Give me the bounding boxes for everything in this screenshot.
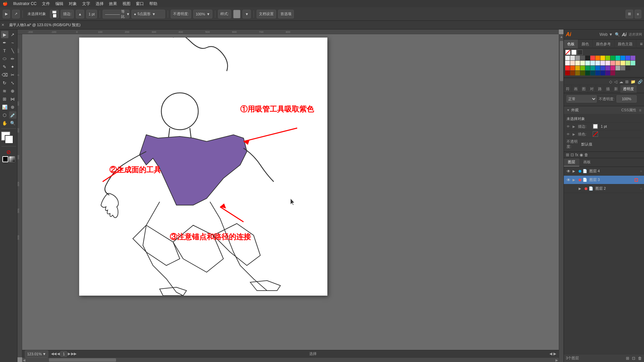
tab-color-guide[interactable]: 颜色参考 bbox=[593, 40, 614, 48]
swatch-d6[interactable] bbox=[590, 61, 595, 65]
menu-help[interactable]: 帮助 bbox=[149, 1, 157, 7]
direct-select-tool[interactable]: ↗ bbox=[12, 10, 20, 18]
layer-4-visibility[interactable]: 👁 bbox=[566, 169, 571, 174]
hscroll-thumb[interactable] bbox=[49, 358, 116, 362]
arrow-stroke[interactable]: ▶ bbox=[573, 125, 575, 128]
panel-icon-row-6[interactable]: 🔗 bbox=[638, 79, 643, 84]
pencil-tool[interactable]: ✎ bbox=[1, 63, 8, 70]
stab-4[interactable]: 对 bbox=[588, 85, 596, 93]
scale-tool[interactable]: ⤡ bbox=[9, 79, 16, 86]
stroke-swatch[interactable] bbox=[593, 124, 598, 129]
swatch-d2[interactable] bbox=[570, 61, 575, 65]
menu-select[interactable]: 选择 bbox=[96, 1, 104, 7]
nav-right[interactable]: ▶ bbox=[553, 352, 556, 356]
swatch-f5[interactable] bbox=[585, 71, 590, 75]
swatch-d14[interactable] bbox=[631, 61, 635, 65]
zoom-tool[interactable]: 🔍 bbox=[9, 119, 16, 127]
layer-row-3[interactable]: 👁 ▶ 📄 图层 3 ○ bbox=[564, 176, 644, 184]
panel-menu-icon[interactable]: ≡ bbox=[640, 41, 643, 47]
pen-tool[interactable]: ✒ bbox=[1, 39, 8, 46]
swatch-e9[interactable] bbox=[605, 66, 610, 70]
swatch-c1[interactable] bbox=[565, 56, 570, 60]
swatch-d10[interactable] bbox=[610, 61, 615, 65]
layer-delete[interactable]: 🗑 bbox=[638, 356, 642, 361]
swatch-c10[interactable] bbox=[610, 56, 615, 60]
page-last[interactable]: ▶▶ bbox=[71, 352, 76, 356]
layer-2-expand[interactable]: ▶ bbox=[579, 187, 583, 190]
stab-7[interactable]: 新 bbox=[612, 85, 620, 93]
swatch-c13[interactable] bbox=[626, 56, 630, 60]
type-tool[interactable]: T bbox=[1, 47, 8, 54]
swatch-none[interactable] bbox=[565, 50, 571, 55]
line-style-select[interactable]: ———— 等比 ▼ bbox=[103, 10, 129, 18]
page-prev[interactable]: ◀◀ bbox=[51, 352, 56, 356]
fill-display[interactable] bbox=[50, 10, 59, 18]
menu-file[interactable]: 文件 bbox=[42, 1, 50, 7]
no-color-button[interactable]: ⊘ bbox=[5, 148, 12, 156]
warp-tool[interactable]: ≋ bbox=[1, 87, 8, 95]
layers-tab[interactable]: 图层 bbox=[564, 158, 579, 167]
swatch-f2[interactable] bbox=[570, 71, 575, 75]
selection-tool[interactable]: ▶ bbox=[1, 31, 8, 38]
canvas-area[interactable]: -200 -100 0 100 200 300 400 500 600 700 … bbox=[17, 29, 564, 362]
style-dropdown[interactable]: ▼ bbox=[243, 10, 251, 18]
stab-6[interactable]: 描 bbox=[604, 85, 612, 93]
hscroll-arrow-right[interactable]: ▶ bbox=[555, 358, 558, 362]
zoom-display[interactable]: 123.01% ▼ bbox=[25, 350, 48, 358]
swatch-c7[interactable] bbox=[595, 56, 600, 60]
swatch-c9[interactable] bbox=[605, 56, 610, 60]
swatch-c3[interactable] bbox=[575, 56, 580, 60]
line-tool[interactable]: ╲ bbox=[9, 47, 16, 54]
stab-transparency[interactable]: 透明度 bbox=[620, 85, 637, 93]
scissors-tool[interactable]: ✂ bbox=[9, 71, 16, 78]
tab-color-themes[interactable]: 颜色主题 bbox=[614, 40, 636, 48]
vscroll-thumb[interactable] bbox=[560, 41, 563, 81]
vertical-scrollbar[interactable]: ▲ ▼ bbox=[559, 34, 564, 362]
perspective-tool[interactable]: ⋈ bbox=[9, 95, 16, 103]
swatch-c12[interactable] bbox=[621, 56, 625, 60]
stroke-value-field[interactable]: 1 pt bbox=[86, 10, 97, 18]
free-transform-tool[interactable]: ⊞ bbox=[1, 95, 8, 103]
blend-mode-select[interactable]: 正常 bbox=[567, 95, 597, 103]
layer-row-4[interactable]: 👁 ▶ 📄 图层 4 ○ bbox=[564, 167, 644, 176]
swatch-c8[interactable] bbox=[600, 56, 605, 60]
swatch-f9[interactable] bbox=[605, 71, 610, 75]
panel-icon-1[interactable]: Web ▼ bbox=[599, 32, 613, 37]
toolbar-arrange-icons[interactable]: ⊞ bbox=[626, 10, 633, 18]
panel-icon-row-4[interactable]: ⊞ bbox=[625, 79, 629, 84]
graph-tool[interactable]: 📊 bbox=[1, 103, 8, 111]
swatch-c4[interactable] bbox=[580, 56, 585, 60]
layer-panel-icon-4[interactable]: 🗑 bbox=[584, 153, 588, 157]
mesh-tool[interactable]: ⊛ bbox=[9, 103, 16, 111]
shaper-tool[interactable]: ✦ bbox=[9, 63, 16, 70]
swatch-f6[interactable] bbox=[590, 71, 595, 75]
swatch-e5[interactable] bbox=[585, 66, 590, 70]
swatch-e13[interactable] bbox=[626, 66, 630, 70]
curvature-tool[interactable]: ~ bbox=[9, 39, 16, 46]
artboards-tab[interactable]: 画板 bbox=[579, 158, 595, 167]
eye-icon-fill[interactable]: 👁 bbox=[567, 132, 570, 136]
swatch-e1[interactable] bbox=[565, 66, 570, 70]
apple-menu[interactable]: 🍎 bbox=[3, 1, 8, 6]
swatch-black[interactable] bbox=[577, 50, 583, 55]
swatch-f8[interactable] bbox=[600, 71, 605, 75]
layer-3-visibility[interactable]: 👁 bbox=[566, 177, 571, 183]
layer-panel-icon-1[interactable]: ⊞ bbox=[566, 153, 569, 157]
stab-5[interactable]: 路 bbox=[596, 85, 604, 93]
panel-icon-search[interactable]: 🔍 bbox=[615, 32, 620, 37]
page-number[interactable]: 1 bbox=[60, 351, 67, 357]
swatch-e6[interactable] bbox=[590, 66, 595, 70]
layer-make-mask[interactable]: ⊞ bbox=[626, 356, 629, 361]
ellipse-tool[interactable]: ⬭ bbox=[1, 55, 8, 62]
swatch-e8[interactable] bbox=[600, 66, 605, 70]
swatch-c5[interactable] bbox=[585, 56, 590, 60]
layer-3-lock[interactable]: ○ bbox=[640, 178, 642, 182]
swatch-c14[interactable] bbox=[631, 56, 635, 60]
page-back[interactable]: ◀ bbox=[57, 352, 60, 356]
gradient-mode-button[interactable] bbox=[9, 156, 15, 162]
swatch-f7[interactable] bbox=[595, 71, 600, 75]
swatch-e3[interactable] bbox=[575, 66, 580, 70]
layer-panel-icon-fx[interactable]: fx bbox=[575, 153, 578, 157]
panel-icon-row-3[interactable]: ☁ bbox=[619, 79, 623, 84]
swatch-white[interactable] bbox=[571, 50, 577, 55]
